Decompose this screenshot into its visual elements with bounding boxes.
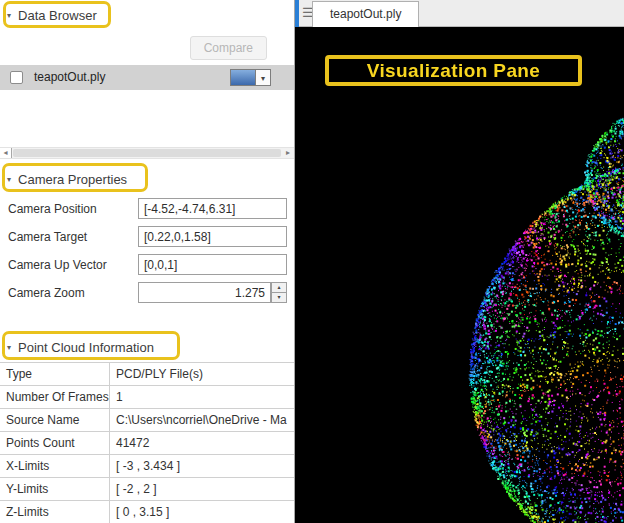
camera-properties-title: Camera Properties [18,172,127,187]
row-label: Points Count [0,432,110,454]
point-cloud-canvas[interactable] [295,27,624,523]
document-tab-bar: ☰ teapotOut.ply [295,0,624,27]
data-browser-panel: ▾ Data Browser Compare teapotOut.ply ▾ ◂… [0,0,295,523]
collapse-arrow-icon: ▾ [7,11,11,20]
camera-zoom-input[interactable] [138,282,271,303]
tab-label: teapotOut.ply [330,7,401,21]
scroll-right-icon[interactable]: ▸ [282,148,294,158]
scrollbar-thumb[interactable] [13,149,281,157]
row-value: 41472 [110,432,294,454]
field-label: Camera Up Vector [8,258,107,272]
spinner-down-button[interactable]: ▾ [271,292,287,303]
data-browser-header[interactable]: ▾ Data Browser [0,3,294,27]
collapse-arrow-icon: ▾ [7,175,11,184]
item-label: teapotOut.ply [34,70,105,84]
camera-target-input[interactable] [138,226,287,247]
camera-properties-header[interactable]: ▾ Camera Properties [0,167,294,191]
data-browser-title: Data Browser [18,8,97,23]
visualization-pane: ☰ teapotOut.ply Visualization Pane [295,0,624,523]
point-cloud-info-table: Type PCD/PLY File(s) Number Of Frames 1 … [0,362,294,523]
point-cloud-information-title: Point Cloud Information [18,340,154,355]
table-row: Number Of Frames 1 [0,386,294,409]
row-label: Source Name [0,409,110,431]
camera-up-vector-field: Camera Up Vector [0,254,295,278]
camera-zoom-field: Camera Zoom ▴ ▾ [0,282,295,306]
visualization-pane-annotation-text: Visualization Pane [367,60,541,82]
row-value: [ -2 , 2 ] [110,478,294,500]
row-value: PCD/PLY File(s) [110,363,294,385]
item-checkbox[interactable] [10,71,23,84]
row-value: [ -3 , 3.434 ] [110,455,294,477]
row-label: X-Limits [0,455,110,477]
row-value: C:\Users\ncorriel\OneDrive - Ma [110,409,294,431]
field-label: Camera Position [8,202,97,216]
row-value: [ 0 , 3.15 ] [110,501,294,523]
point-cloud-list-item[interactable]: teapotOut.ply ▾ [0,65,294,90]
scroll-left-icon[interactable]: ◂ [0,148,12,158]
field-label: Camera Zoom [8,286,85,300]
table-row: Z-Limits [ 0 , 3.15 ] [0,501,294,523]
row-label: Type [0,363,110,385]
point-cloud-information-header[interactable]: ▾ Point Cloud Information [0,335,294,359]
visualization-pane-annotation: Visualization Pane [325,55,582,86]
table-row: Source Name C:\Users\ncorriel\OneDrive -… [0,409,294,432]
chevron-down-icon: ▾ [261,74,265,83]
camera-position-field: Camera Position [0,198,295,222]
point-cloud-viewer-app: ▾ Data Browser Compare teapotOut.ply ▾ ◂… [0,0,624,523]
row-label: Y-Limits [0,478,110,500]
table-row: X-Limits [ -3 , 3.434 ] [0,455,294,478]
camera-target-field: Camera Target [0,226,295,250]
field-label: Camera Target [8,230,87,244]
table-row: Y-Limits [ -2 , 2 ] [0,478,294,501]
row-value: 1 [110,386,294,408]
color-swatch-group: ▾ [230,69,271,86]
collapse-arrow-icon: ▾ [7,343,11,352]
color-swatch[interactable] [230,69,256,86]
table-row: Points Count 41472 [0,432,294,455]
compare-button[interactable]: Compare [190,36,267,60]
camera-up-vector-input[interactable] [138,254,287,275]
row-label: Number Of Frames [0,386,110,408]
document-tab[interactable]: teapotOut.ply [312,1,419,27]
table-row: Type PCD/PLY File(s) [0,363,294,386]
swatch-dropdown-button[interactable]: ▾ [256,69,271,86]
row-label: Z-Limits [0,501,110,523]
zoom-spinner: ▴ ▾ [271,282,287,303]
active-tab-accent [295,0,299,27]
horizontal-scrollbar[interactable]: ◂ ▸ [0,147,294,159]
camera-position-input[interactable] [138,198,287,219]
